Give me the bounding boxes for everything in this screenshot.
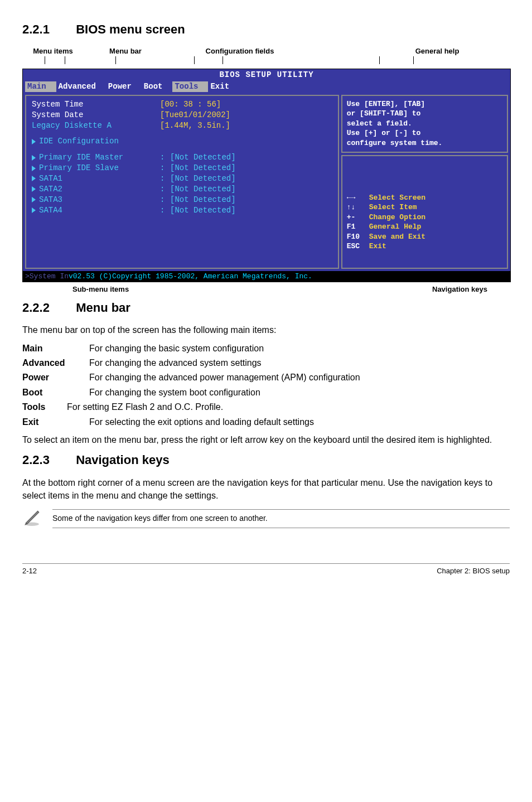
help-line: Use [+] or [-] to [347,128,502,138]
def-term: Advanced [22,357,89,369]
triangle-icon [32,186,36,192]
heading-title: BIOS menu screen [76,22,185,36]
callout-ticks [22,56,510,66]
bios-menubar: Main Advanced Power Boot Tools Exit [23,81,510,93]
footer-right: Chapter 2: BIOS setup [437,566,510,576]
svg-marker-1 [26,511,38,524]
menubar-item-main[interactable]: Main [25,81,56,92]
callout-labels-bottom: Sub-menu items Navigation keys [22,284,510,294]
triangle-icon [32,139,36,144]
drive-label[interactable]: SATA3 [39,195,62,204]
field-system-time-label[interactable]: System Time [32,99,160,110]
heading-num: 2.2.2 [22,299,72,317]
nav-key: F1 [347,222,369,232]
menubar-item-advanced[interactable]: Advanced [56,81,106,92]
bios-footer-text: v02.53 (C)Copyright 1985-2002, American … [69,272,312,281]
navkeys-paragraph: At the bottom right corner of a menu scr… [22,477,510,502]
nav-desc: Save and Exit [369,232,425,242]
def-term: Boot [22,386,89,399]
menubar-item-power[interactable]: Power [106,81,142,92]
menubar-item-boot[interactable]: Boot [142,81,173,92]
nav-box: ←→Select Screen ↑↓Select Item +-Change O… [341,155,508,269]
note-box: Some of the navigation keys differ from … [22,508,510,530]
nav-key: ↑↓ [347,202,369,212]
bios-title: BIOS SETUP UTILITY [23,69,510,81]
nav-key: ←→ [347,193,369,203]
footer-left: 2-12 [22,566,37,576]
drive-label[interactable]: Primary IDE Master [39,153,123,162]
def-desc: For changing the basic system configurat… [89,342,510,355]
drive-label[interactable]: Primary IDE Slave [39,163,119,172]
drive-value: [Not Detected] [170,152,332,163]
field-system-date-value[interactable]: [Tue01/01/2002] [160,110,332,120]
field-legacy-diskette-label[interactable]: Legacy Diskette A [32,120,160,131]
help-line: select a field. [347,119,502,129]
def-desc: For changing the system boot configurati… [89,386,510,399]
bios-left-panel: System Time [00: 38 : 56] System Date [T… [25,95,339,269]
def-desc: For changing the advanced system setting… [89,357,510,369]
callout-labels-top: Menu items Menu bar Configuration fields… [22,46,510,56]
callout-submenu-items: Sub-menu items [72,284,129,294]
callout-menu-bar: Menu bar [84,46,167,56]
callout-menu-items: Menu items [22,46,84,56]
heading-title: Menu bar [76,301,130,315]
help-box: Use [ENTER], [TAB] or [SHIFT-TAB] to sel… [341,95,508,153]
drive-value: [Not Detected] [170,173,332,184]
heading-num: 2.2.3 [22,452,72,469]
pencil-icon [22,508,41,530]
heading-222: 2.2.2 Menu bar [22,299,510,317]
field-legacy-diskette-value[interactable]: [1.44M, 3.5in.] [160,120,332,131]
menubar-item-tools[interactable]: Tools [172,81,208,92]
help-line: Use [ENTER], [TAB] [347,99,502,109]
triangle-icon [32,207,36,213]
nav-key: ESC [347,241,369,252]
heading-title: Navigation keys [76,453,170,467]
heading-num: 2.2.1 [22,21,72,38]
nav-desc: Select Screen [369,193,425,203]
menubar-intro: The menu bar on top of the screen has th… [22,324,510,336]
drive-label[interactable]: SATA1 [39,174,62,183]
help-line: or [SHIFT-TAB] to [347,109,502,119]
field-system-time-value[interactable]: [00: 38 : 56] [160,99,332,110]
def-desc: For setting EZ Flash 2 and O.C. Profile. [67,401,510,413]
callout-nav-keys: Navigation keys [432,284,487,294]
callout-config-fields: Configuration fields [167,46,312,56]
drive-value: [Not Detected] [170,195,332,205]
drive-value: [Not Detected] [170,184,332,195]
drive-value: [Not Detected] [170,163,332,173]
triangle-icon [32,197,36,202]
menubar-item-exit[interactable]: Exit [208,81,239,92]
submenu-ide-config[interactable]: IDE Configuration [32,136,332,147]
field-system-date-label[interactable]: System Date [32,110,160,120]
drive-label[interactable]: SATA2 [39,185,62,194]
drive-label[interactable]: SATA4 [39,206,62,215]
menubar-outro: To select an item on the menu bar, press… [22,434,510,446]
nav-key: +- [347,212,369,223]
def-term: Exit [22,416,89,428]
note-text: Some of the navigation keys differ from … [52,509,510,528]
drive-value: [Not Detected] [170,205,332,216]
triangle-icon [32,176,36,181]
heading-221: 2.2.1 BIOS menu screen [22,21,510,38]
triangle-icon [32,166,36,171]
def-term: Main [22,342,89,355]
nav-desc: Exit [369,241,386,252]
nav-key: F10 [347,232,369,242]
triangle-icon [32,155,36,161]
def-desc: For selecting the exit options and loadi… [89,416,510,428]
nav-desc: Change Option [369,212,425,223]
bios-window: BIOS SETUP UTILITY Main Advanced Power B… [22,69,511,282]
help-line: configure system time. [347,138,502,148]
def-desc: For changing the advanced power manageme… [89,371,510,384]
nav-desc: General Help [369,222,422,232]
heading-223: 2.2.3 Navigation keys [22,452,510,469]
def-term: Power [22,371,89,384]
page-footer: 2-12 Chapter 2: BIOS setup [22,563,510,576]
nav-desc: Select Item [369,202,417,212]
callout-general-help: General help [365,46,510,56]
bios-footer: >System Inv02.53 (C)Copyright 1985-2002,… [23,271,510,282]
